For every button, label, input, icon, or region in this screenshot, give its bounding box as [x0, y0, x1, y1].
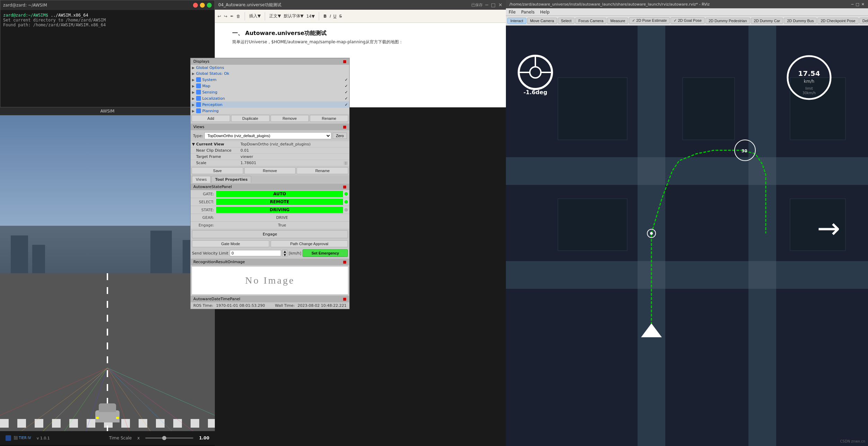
- tree-item-map[interactable]: ▶ Map ✓: [191, 83, 349, 89]
- wps-clear-btn[interactable]: 🗑: [236, 14, 240, 19]
- wps-style-select[interactable]: 正文▼: [269, 13, 281, 19]
- car-roof: [99, 403, 116, 412]
- display-buttons-row: Add Duplicate Remove Rename: [191, 114, 349, 123]
- timescale-slider[interactable]: [145, 437, 193, 439]
- building-3: [150, 231, 172, 273]
- autoware-panel-close-btn[interactable]: ■: [343, 185, 347, 189]
- displays-close-btn[interactable]: ■: [343, 59, 347, 64]
- datetime-close-btn[interactable]: ■: [343, 297, 347, 301]
- rviz-menu-panels[interactable]: Panels: [521, 10, 535, 15]
- rviz-map-area[interactable]: 30 -1.6deg 17.54 km/h limit 30km/h: [506, 26, 868, 446]
- duplicate-display-btn[interactable]: Duplicate: [231, 115, 270, 122]
- terminal-minimize-btn[interactable]: [200, 3, 205, 8]
- velocity-spinbox: ▲ ▼: [282, 250, 287, 257]
- wps-size-select[interactable]: 14▼: [306, 14, 315, 19]
- path-change-btn[interactable]: Path Change Approval: [271, 240, 348, 247]
- rviz-goal-pose-btn[interactable]: ✓ 2D Goal Pose: [670, 17, 705, 24]
- wps-bold-btn[interactable]: B: [323, 14, 326, 19]
- rviz-move-camera-btn[interactable]: Move Camera: [527, 18, 557, 24]
- autoware-panel-header: AutowareStatePanel ■: [191, 184, 349, 190]
- rviz-close[interactable]: ✕: [861, 2, 865, 7]
- tree-check-sensing: ✓: [345, 90, 348, 95]
- wps-redo-btn[interactable]: ↪: [224, 14, 227, 19]
- rviz-focus-camera-btn[interactable]: Focus Camera: [575, 18, 606, 24]
- terminal-maximize-btn[interactable]: [207, 3, 212, 8]
- save-view-btn[interactable]: Save: [192, 167, 243, 174]
- rviz-dummy-ped-btn[interactable]: 2D Dummy Pedestrian: [705, 18, 750, 24]
- rviz-floating-panel: Displays ■ ▶ Global Options ▶ Global Sta…: [190, 58, 350, 309]
- wps-format-btn[interactable]: ✒: [230, 14, 234, 19]
- speed-display: 17.54 km/h limit 30km/h: [785, 53, 833, 102]
- rviz-interact-btn[interactable]: Interact: [507, 18, 526, 24]
- recognition-title: RecognitionResultOnImage: [193, 260, 245, 264]
- wps-underline-btn[interactable]: U: [333, 14, 336, 19]
- cv-scroll[interactable]: ⋮: [344, 161, 348, 165]
- ros-time-value: 1970-01-01 08:01:53.290: [216, 303, 265, 308]
- rviz-menu-file[interactable]: File: [509, 10, 516, 15]
- rviz-delete-all-btn[interactable]: Delete All Objects: [859, 18, 868, 24]
- svg-point-31: [530, 67, 541, 78]
- wps-btn-close[interactable]: ✕: [498, 2, 502, 8]
- recognition-close-btn[interactable]: ■: [343, 260, 347, 264]
- steering-wheel-overlay: -1.6deg: [516, 53, 554, 95]
- cv-frame-label: Target Frame: [192, 154, 240, 159]
- rename-display-btn[interactable]: Rename: [310, 115, 348, 122]
- rviz-dummy-car-btn[interactable]: 2D Dummy Car: [751, 18, 783, 24]
- wps-strikethrough-btn[interactable]: S: [339, 14, 342, 19]
- views-type-select[interactable]: TopDownOrtho (rviz_default_plugins): [204, 132, 331, 139]
- remove-display-btn[interactable]: Remove: [271, 115, 309, 122]
- tree-item-global-options[interactable]: ▶ Global Options: [191, 65, 349, 71]
- gate-mode-btn[interactable]: Gate Mode: [192, 240, 269, 247]
- rviz-checkpoint-btn[interactable]: 2D Checkpoint Pose: [817, 18, 858, 24]
- wps-btn-maximize[interactable]: □: [491, 2, 496, 8]
- tree-arrow-system: ▶: [192, 78, 195, 82]
- emergency-btn[interactable]: Set Emergency: [303, 249, 348, 257]
- remove-view-btn[interactable]: Remove: [244, 167, 296, 174]
- tab-tool-properties[interactable]: Tool Properties: [211, 176, 252, 183]
- rviz-measure-btn[interactable]: Measure: [607, 18, 628, 24]
- velocity-input[interactable]: 0: [230, 250, 281, 256]
- cv-scale-label: Scale: [192, 161, 240, 165]
- velocity-up-btn[interactable]: ▲: [282, 250, 287, 253]
- tree-item-perception[interactable]: ▶ Perception ✓: [191, 101, 349, 108]
- rviz-menu-bar: File Panels Help: [506, 8, 868, 16]
- engage-btn[interactable]: Engage: [192, 230, 348, 238]
- tree-item-global-status[interactable]: ▶ Global Status: Ok: [191, 71, 349, 77]
- wps-btn-minimize[interactable]: ─: [485, 2, 488, 8]
- rviz-minimize[interactable]: ─: [851, 2, 854, 7]
- tree-item-sensing[interactable]: ▶ Sensing ✓: [191, 89, 349, 95]
- map-credit: CSDN znwx.cn: [840, 439, 865, 443]
- state-table: GATE: AUTO SELECT: REMOTE STATE: DRIVING…: [191, 190, 349, 229]
- rviz-dummy-bus-btn[interactable]: 2D Dummy Bus: [784, 18, 817, 24]
- tree-item-planning[interactable]: ▶ Planning: [191, 108, 349, 114]
- rviz-maximize[interactable]: □: [856, 2, 859, 7]
- tree-label-global-options: Global Options: [196, 65, 224, 70]
- tab-views[interactable]: Views: [192, 176, 211, 183]
- wps-undo-btn[interactable]: ↩: [218, 14, 221, 19]
- views-zero-btn[interactable]: Zero: [333, 133, 347, 139]
- datetime-panel: AutowareDateTimePanel ■ ROS Time: 1970-0…: [191, 296, 349, 309]
- views-close-btn[interactable]: ■: [343, 125, 347, 129]
- gate-label: GATE:: [192, 192, 216, 196]
- tree-item-system[interactable]: ▶ System ✓: [191, 77, 349, 83]
- rviz-menu-help[interactable]: Help: [540, 10, 550, 15]
- awsim-title: AWSIM: [0, 107, 215, 115]
- rename-view-btn[interactable]: Rename: [297, 167, 348, 174]
- ros-time-label: ROS Time:: [193, 303, 213, 308]
- terminal-close-btn[interactable]: [193, 3, 198, 8]
- add-display-btn[interactable]: Add: [192, 115, 230, 122]
- tree-label-sensing: Sensing: [202, 90, 217, 95]
- cv-scale: Scale 1.78601 ⋮: [191, 160, 349, 166]
- engage-state-label: Engage:: [192, 223, 216, 228]
- svg-rect-20: [558, 78, 627, 140]
- velocity-down-btn[interactable]: ▼: [282, 253, 287, 257]
- wps-italic-btn[interactable]: I: [330, 14, 331, 19]
- rviz-select-btn[interactable]: Select: [558, 18, 575, 24]
- tree-item-localization[interactable]: ▶ Localization ✓: [191, 95, 349, 101]
- rviz-pose-estimate-btn[interactable]: ✓ 2D Pose Estimate: [629, 17, 670, 24]
- wps-font-select[interactable]: 默认字体▼: [284, 13, 304, 19]
- gate-indicator: [344, 192, 348, 196]
- tree-arrow-sensing: ▶: [192, 90, 195, 94]
- svg-line-8: [107, 368, 193, 431]
- wps-insert-btn[interactable]: 插入▼: [249, 13, 261, 19]
